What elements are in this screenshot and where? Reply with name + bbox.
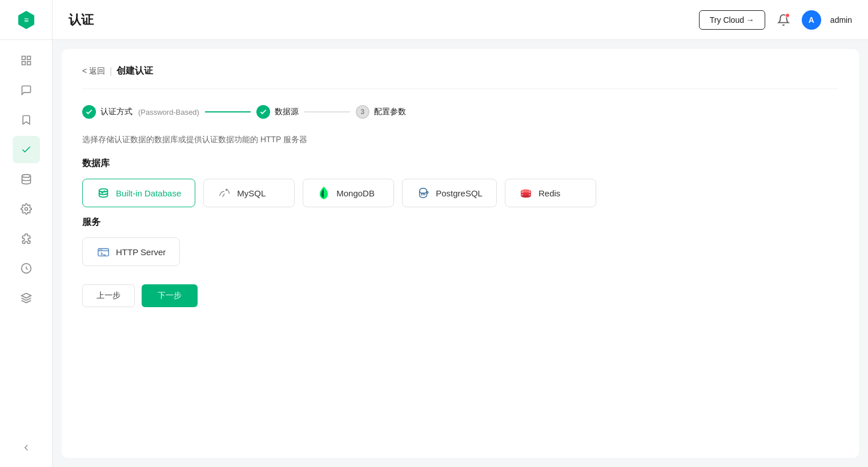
sidebar-item-bookmark[interactable] bbox=[13, 106, 40, 134]
built-in-icon bbox=[97, 186, 110, 200]
database-options: Built-in Database MySQL bbox=[82, 179, 838, 207]
step-1-label: 认证方式 bbox=[101, 107, 132, 117]
action-buttons: 上一步 下一步 bbox=[82, 284, 838, 307]
sidebar-item-messages[interactable] bbox=[13, 77, 40, 104]
section-description: 选择存储认证数据的数据库或提供认证数据功能的 HTTP 服务器 bbox=[82, 135, 838, 145]
svg-point-12 bbox=[226, 189, 228, 191]
step-3-label: 配置参数 bbox=[374, 107, 406, 117]
step-1-icon bbox=[82, 105, 96, 119]
step-connector-1 bbox=[205, 111, 251, 112]
breadcrumb-divider: | bbox=[110, 66, 112, 77]
prev-button[interactable]: 上一步 bbox=[82, 284, 135, 307]
svg-point-7 bbox=[25, 208, 27, 211]
mongodb-label: MongoDB bbox=[336, 188, 375, 198]
http-server-icon bbox=[97, 245, 110, 259]
breadcrumb-current: 创建认证 bbox=[116, 65, 153, 77]
svg-text:≡: ≡ bbox=[23, 15, 28, 25]
sidebar-item-tools[interactable] bbox=[13, 255, 40, 282]
step-3: 3 配置参数 bbox=[356, 105, 406, 119]
try-cloud-button[interactable]: Try Cloud → bbox=[699, 10, 765, 30]
sidebar-collapse-button[interactable] bbox=[13, 437, 40, 458]
sidebar: ≡ bbox=[0, 0, 53, 467]
postgresql-icon bbox=[416, 186, 430, 200]
step-2-icon bbox=[256, 105, 270, 119]
svg-marker-9 bbox=[21, 293, 31, 298]
avatar: A bbox=[802, 10, 821, 30]
svg-rect-4 bbox=[22, 62, 25, 65]
back-button[interactable]: < 返回 bbox=[82, 66, 105, 77]
header: 认证 Try Cloud → A admin bbox=[53, 0, 868, 40]
mysql-label: MySQL bbox=[237, 188, 266, 198]
sidebar-item-settings[interactable] bbox=[13, 195, 40, 223]
postgresql-label: PostgreSQL bbox=[436, 188, 483, 198]
notification-bell[interactable] bbox=[774, 11, 793, 29]
mysql-icon bbox=[218, 186, 231, 200]
user-name[interactable]: admin bbox=[830, 15, 852, 25]
sidebar-bottom bbox=[13, 437, 40, 467]
sidebar-item-puzzle[interactable] bbox=[13, 225, 40, 252]
step-2-label: 数据源 bbox=[275, 107, 299, 117]
redis-icon bbox=[519, 186, 533, 200]
svg-point-6 bbox=[22, 175, 30, 178]
mongodb-icon bbox=[317, 186, 331, 200]
svg-rect-2 bbox=[22, 57, 25, 60]
notification-dot bbox=[785, 13, 790, 18]
svg-rect-5 bbox=[27, 62, 30, 65]
step-2: 数据源 bbox=[256, 105, 299, 119]
redis-label: Redis bbox=[539, 188, 560, 198]
service-section-title: 服务 bbox=[82, 216, 838, 228]
option-mongodb[interactable]: MongoDB bbox=[303, 179, 394, 207]
header-right: Try Cloud → A admin bbox=[699, 10, 852, 30]
breadcrumb: < 返回 | 创建认证 bbox=[82, 65, 838, 89]
option-mysql[interactable]: MySQL bbox=[203, 179, 295, 207]
next-button[interactable]: 下一步 bbox=[142, 284, 198, 307]
sidebar-item-check[interactable] bbox=[13, 136, 40, 163]
content: < 返回 | 创建认证 认证方式 (Password-Based) bbox=[53, 40, 868, 467]
content-inner: < 返回 | 创建认证 认证方式 (Password-Based) bbox=[62, 49, 859, 458]
svg-point-19 bbox=[101, 249, 102, 250]
logo-icon: ≡ bbox=[16, 10, 37, 30]
page-title: 认证 bbox=[69, 11, 94, 29]
option-postgresql[interactable]: PostgreSQL bbox=[402, 179, 497, 207]
stepper: 认证方式 (Password-Based) 数据源 3 bbox=[82, 105, 838, 119]
step-connector-2 bbox=[304, 111, 350, 112]
svg-rect-3 bbox=[27, 57, 30, 60]
sidebar-item-layers[interactable] bbox=[13, 284, 40, 312]
svg-point-18 bbox=[99, 249, 101, 250]
sidebar-item-database[interactable] bbox=[13, 166, 40, 193]
step-3-icon: 3 bbox=[356, 105, 369, 119]
option-redis[interactable]: Redis bbox=[505, 179, 596, 207]
sidebar-nav bbox=[13, 40, 40, 437]
step-1-sub: (Password-Based) bbox=[138, 108, 199, 116]
sidebar-logo: ≡ bbox=[0, 0, 53, 40]
built-in-label: Built-in Database bbox=[116, 188, 181, 198]
http-server-label: HTTP Server bbox=[116, 247, 166, 257]
step-1: 认证方式 (Password-Based) bbox=[82, 105, 199, 119]
svg-point-16 bbox=[521, 190, 531, 193]
sidebar-item-dashboard[interactable] bbox=[13, 47, 40, 74]
main-area: 认证 Try Cloud → A admin < 返回 | 创建认证 bbox=[53, 0, 868, 467]
option-http-server[interactable]: HTTP Server bbox=[82, 237, 180, 266]
db-section-title: 数据库 bbox=[82, 158, 838, 170]
option-built-in-database[interactable]: Built-in Database bbox=[82, 179, 195, 207]
service-options: HTTP Server bbox=[82, 237, 838, 266]
